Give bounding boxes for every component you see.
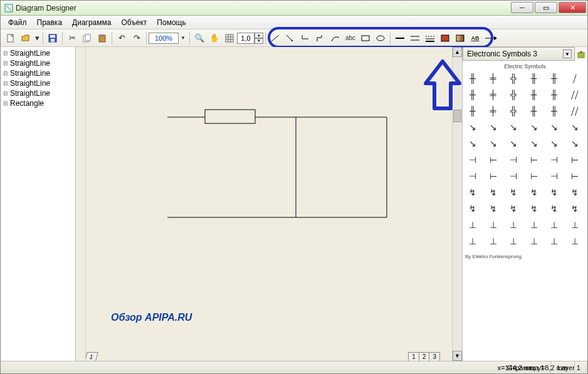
grid-stepper[interactable]: ▲▼: [255, 33, 263, 44]
palette-symbol[interactable]: ⊥: [567, 235, 582, 247]
palette-symbol[interactable]: ⊣: [465, 153, 480, 166]
palette-symbol[interactable]: ⊢: [486, 170, 501, 182]
tree-item[interactable]: StraightLine: [1, 68, 75, 78]
palette-symbol[interactable]: ↘: [506, 137, 521, 150]
copy-button[interactable]: [80, 31, 94, 45]
palette-symbol[interactable]: ⊢: [527, 153, 542, 166]
palette-symbol[interactable]: ↘: [527, 137, 542, 150]
palette-symbol[interactable]: ↯: [527, 202, 542, 215]
curve-tool[interactable]: [328, 31, 342, 45]
menu-file[interactable]: Файл: [3, 17, 32, 28]
palette-symbol[interactable]: ↘: [486, 121, 501, 133]
palette-symbol[interactable]: ╫: [547, 72, 562, 85]
zoom-tool[interactable]: 🔍: [192, 31, 206, 45]
cut-button[interactable]: ✂: [65, 31, 79, 45]
tree-item[interactable]: StraightLine: [1, 58, 75, 68]
save-button[interactable]: [46, 31, 60, 45]
palette-symbol[interactable]: ⊥: [547, 235, 562, 247]
line-tool[interactable]: [268, 31, 282, 45]
connector1-tool[interactable]: [298, 31, 312, 45]
open-dropdown[interactable]: ▾: [34, 31, 40, 45]
gradient-button[interactable]: [453, 31, 467, 45]
palette-symbol[interactable]: ╫: [465, 72, 480, 85]
linewidth2-button[interactable]: [408, 31, 422, 45]
palette-body[interactable]: Electric Symbols ╫╪╬╫╫⧸╫╪╬╫╫⧸⧸╫╪╬╫╫⧸⧸↘↘↘…: [463, 61, 587, 361]
menu-help[interactable]: Помощь: [152, 17, 191, 28]
palette-symbol[interactable]: ⊥: [527, 219, 542, 231]
grid-button[interactable]: [223, 31, 236, 45]
minimize-button[interactable]: ─: [511, 2, 533, 13]
page-tab[interactable]: 2: [419, 352, 430, 361]
palette-selector[interactable]: Electronic Symbols 3 ▼: [463, 47, 575, 61]
palette-symbol[interactable]: ⧸⧸: [567, 88, 582, 101]
rect-tool[interactable]: [359, 31, 372, 45]
scroll-up-icon[interactable]: ▲: [453, 47, 462, 57]
palette-config-button[interactable]: [575, 47, 587, 61]
canvas[interactable]: Обзор APIPA.RU 1 1 2 3: [86, 47, 452, 361]
tree-item[interactable]: StraightLine: [1, 48, 75, 58]
palette-symbol[interactable]: ↘: [567, 121, 582, 133]
palette-symbol[interactable]: ╬: [506, 105, 521, 117]
palette-symbol[interactable]: ↘: [465, 121, 480, 133]
arrow-tool[interactable]: [283, 31, 297, 45]
palette-symbol[interactable]: ⊥: [486, 235, 501, 247]
arrow-style-button[interactable]: [483, 31, 497, 45]
linestyle-button[interactable]: [423, 31, 437, 45]
vertical-scrollbar[interactable]: ▲ ▼: [452, 47, 462, 361]
palette-symbol[interactable]: ↘: [547, 121, 562, 133]
palette-symbol[interactable]: ↯: [506, 202, 521, 215]
palette-symbol[interactable]: ╫: [527, 72, 542, 85]
palette-symbol[interactable]: ╪: [486, 105, 501, 117]
palette-symbol[interactable]: ↯: [547, 186, 562, 199]
palette-symbol[interactable]: ⊣: [547, 170, 562, 182]
palette-symbol[interactable]: ⧸: [567, 72, 582, 85]
palette-symbol[interactable]: ⊥: [465, 235, 480, 247]
menu-edit[interactable]: Правка: [32, 17, 68, 28]
palette-symbol[interactable]: ↯: [527, 186, 542, 199]
palette-symbol[interactable]: ↘: [486, 137, 501, 150]
palette-symbol[interactable]: ↯: [486, 186, 501, 199]
palette-symbol[interactable]: ↘: [527, 121, 542, 133]
scroll-down-icon[interactable]: ▼: [453, 351, 462, 361]
palette-symbol[interactable]: ⊢: [567, 170, 582, 182]
fillcolor-button[interactable]: [438, 31, 452, 45]
palette-symbol[interactable]: ╫: [527, 105, 542, 117]
palette-symbol[interactable]: ⊣: [506, 170, 521, 182]
palette-symbol[interactable]: ↯: [567, 202, 582, 215]
palette-symbol[interactable]: ╬: [506, 72, 521, 85]
palette-symbol[interactable]: ⊥: [567, 219, 582, 231]
palette-symbol[interactable]: ⊥: [527, 235, 542, 247]
palette-symbol[interactable]: ⊢: [567, 153, 582, 166]
palette-symbol[interactable]: ⊣: [506, 153, 521, 166]
redo-button[interactable]: ↷: [130, 31, 144, 45]
menu-diagram[interactable]: Диаграмма: [67, 17, 116, 28]
chevron-down-icon[interactable]: ▼: [563, 49, 572, 58]
palette-symbol[interactable]: ⊥: [506, 235, 521, 247]
page-tab[interactable]: 1: [86, 352, 98, 361]
tree-item[interactable]: StraightLine: [1, 88, 75, 98]
palette-symbol[interactable]: ↯: [547, 202, 562, 215]
palette-symbol[interactable]: ↯: [465, 202, 480, 215]
maximize-button[interactable]: ▭: [535, 2, 557, 13]
undo-button[interactable]: ↶: [115, 31, 129, 45]
object-tree[interactable]: StraightLine StraightLine StraightLine S…: [1, 47, 76, 361]
connector2-tool[interactable]: [313, 31, 327, 45]
palette-symbol[interactable]: ╫: [465, 105, 480, 117]
palette-symbol[interactable]: ↘: [567, 137, 582, 150]
new-button[interactable]: [4, 31, 18, 45]
palette-symbol[interactable]: ⊥: [486, 219, 501, 231]
page-tab[interactable]: 1: [408, 352, 419, 361]
close-button[interactable]: ✕: [559, 2, 586, 13]
ellipse-tool[interactable]: [374, 31, 387, 45]
palette-symbol[interactable]: ╫: [547, 88, 562, 101]
page-tabs-right[interactable]: 1 2 3: [408, 350, 439, 361]
tree-item[interactable]: Rectangle: [1, 98, 75, 108]
palette-symbol[interactable]: ⊥: [506, 219, 521, 231]
page-tabs-left[interactable]: 1: [86, 350, 97, 361]
palette-symbol[interactable]: ↯: [567, 186, 582, 199]
palette-symbol[interactable]: ↯: [506, 186, 521, 199]
zoom-combo[interactable]: 100%: [149, 33, 179, 44]
palette-symbol[interactable]: ╫: [465, 88, 480, 101]
page-tab[interactable]: 3: [429, 352, 440, 361]
palette-symbol[interactable]: ⊥: [465, 219, 480, 231]
